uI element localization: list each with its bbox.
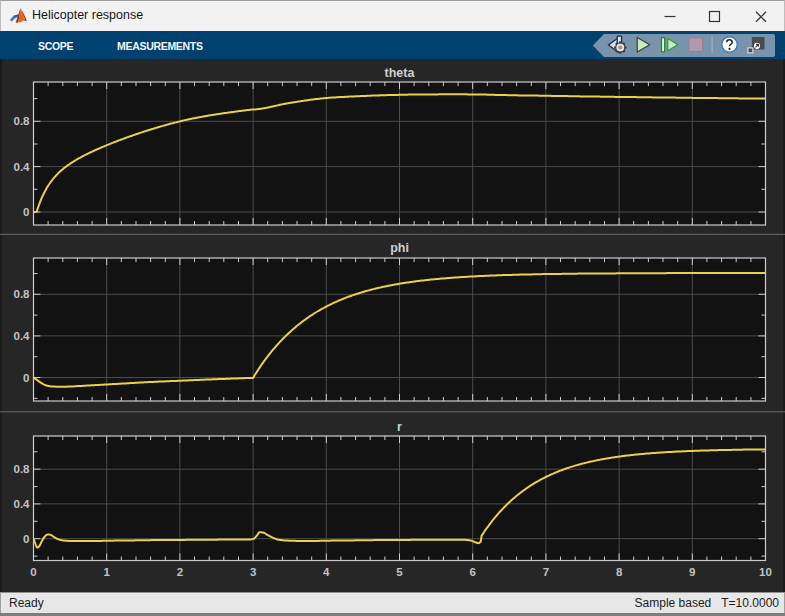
svg-text:0: 0	[23, 372, 29, 384]
svg-text:phi: phi	[390, 241, 409, 255]
svg-text:3: 3	[250, 566, 256, 578]
svg-text:7: 7	[543, 566, 549, 578]
svg-text:theta: theta	[385, 66, 416, 80]
svg-text:1: 1	[103, 566, 110, 578]
svg-text:0: 0	[23, 206, 29, 218]
svg-text:0.8: 0.8	[14, 463, 31, 475]
svg-text:10: 10	[759, 566, 772, 578]
svg-text:r: r	[397, 420, 402, 434]
svg-text:0.4: 0.4	[14, 330, 31, 342]
svg-text:0.4: 0.4	[14, 161, 31, 173]
svg-text:0.8: 0.8	[14, 115, 31, 127]
svg-text:9: 9	[689, 566, 695, 578]
svg-text:4: 4	[323, 566, 330, 578]
svg-text:5: 5	[396, 566, 403, 578]
svg-text:0.8: 0.8	[14, 288, 31, 300]
svg-text:6: 6	[469, 566, 475, 578]
svg-text:2: 2	[177, 566, 183, 578]
svg-text:8: 8	[616, 566, 623, 578]
svg-text:0: 0	[23, 533, 29, 545]
svg-text:0.4: 0.4	[14, 498, 31, 510]
svg-text:0: 0	[30, 566, 36, 578]
